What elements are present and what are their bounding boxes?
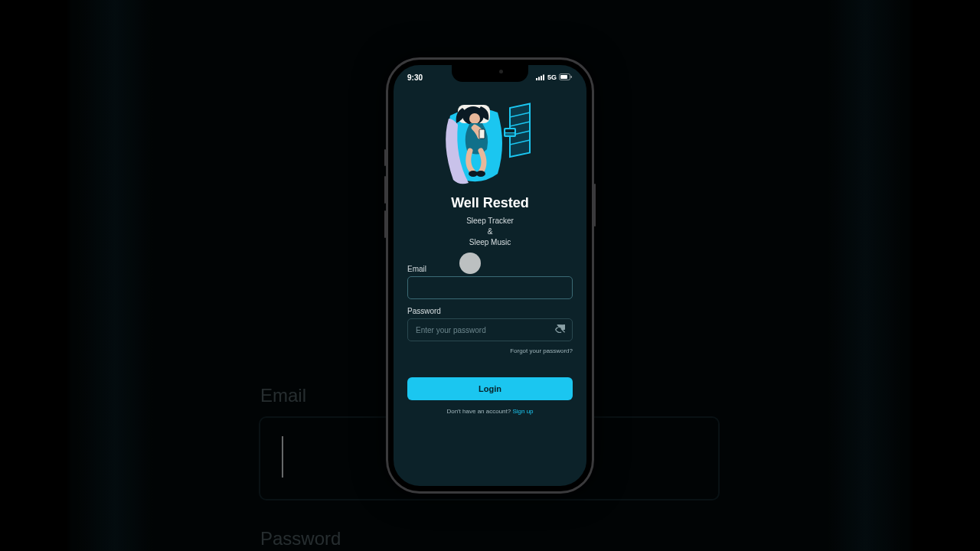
phone-device-frame: 9:30 5G: [386, 57, 594, 494]
svg-rect-6: [571, 76, 573, 78]
app-subtitle-amp: &: [407, 227, 573, 237]
app-subtitle-2: Sleep Music: [407, 237, 573, 248]
signup-prompt-text: Don't have an account?: [446, 408, 512, 415]
sleeping-illustration: [436, 97, 544, 189]
svg-rect-5: [560, 75, 567, 79]
svg-rect-13: [505, 129, 514, 132]
status-time: 9:30: [407, 73, 423, 82]
email-input[interactable]: [407, 276, 573, 299]
phone-volume-up: [384, 176, 386, 204]
svg-rect-18: [479, 129, 485, 139]
toggle-password-visibility-icon[interactable]: [554, 324, 565, 335]
svg-rect-1: [538, 77, 540, 80]
phone-power-button: [594, 184, 596, 227]
email-label: Email: [407, 265, 573, 273]
phone-volume-down: [384, 210, 386, 238]
signup-link[interactable]: Sign up: [512, 408, 533, 415]
app-title: Well Rested: [407, 195, 573, 211]
svg-point-20: [476, 171, 485, 177]
password-input[interactable]: [407, 318, 573, 341]
phone-mute-switch: [384, 149, 386, 166]
phone-notch: [452, 65, 528, 82]
app-subtitle-1: Sleep Tracker: [407, 216, 573, 227]
svg-rect-14: [505, 133, 514, 135]
svg-rect-3: [543, 74, 544, 80]
login-button[interactable]: Login: [407, 377, 573, 400]
svg-rect-0: [536, 78, 537, 80]
svg-rect-2: [541, 76, 542, 80]
signal-icon: [536, 73, 545, 82]
svg-point-17: [469, 113, 480, 124]
phone-screen: 9:30 5G: [388, 60, 592, 491]
status-network: 5G: [547, 73, 557, 81]
login-form: Email Password Forgot your password? Log…: [407, 265, 573, 415]
signup-prompt: Don't have an account? Sign up: [407, 408, 573, 415]
login-screen: Well Rested Sleep Tracker & Sleep Music …: [394, 90, 586, 486]
background-text-cursor: [282, 436, 283, 478]
background-password-label: Password: [260, 528, 341, 549]
battery-icon: [559, 73, 573, 82]
password-label: Password: [407, 307, 573, 315]
background-email-label: Email: [260, 385, 306, 406]
